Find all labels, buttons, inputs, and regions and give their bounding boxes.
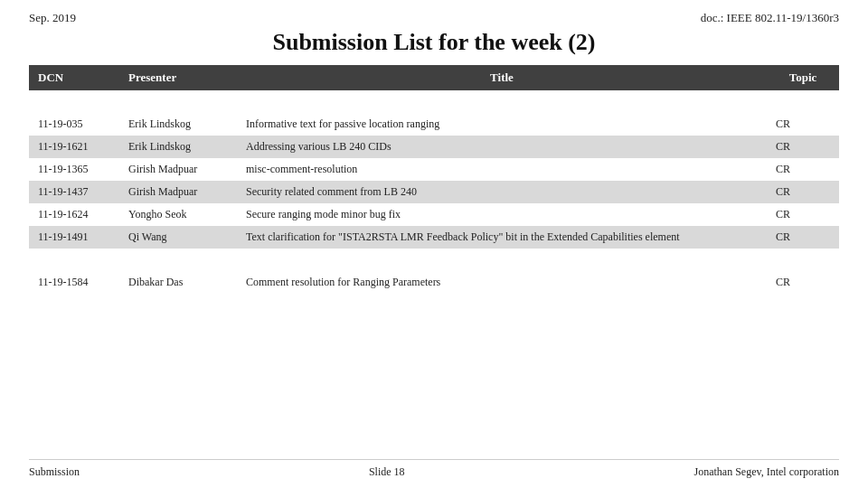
cell-presenter: Yongho Seok xyxy=(119,203,237,226)
cell-dcn: 11-19-1584 xyxy=(29,271,119,294)
col-header-title: Title xyxy=(237,65,767,90)
table-row: 11-19-1437Girish MadpuarSecurity related… xyxy=(29,181,839,203)
cell-presenter: Girish Madpuar xyxy=(119,158,237,181)
cell-dcn: 11-19-1624 xyxy=(29,203,119,226)
cell-dcn: 11-19-1491 xyxy=(29,226,119,249)
cell-dcn: 11-19-1621 xyxy=(29,136,119,158)
cell-dcn: 11-19-035 xyxy=(29,113,119,136)
table-row: 11-19-035Erik LindskogInformative text f… xyxy=(29,113,839,136)
cell-topic: CR xyxy=(767,226,839,249)
cell-presenter: Erik Lindskog xyxy=(119,113,237,136)
cell-dcn: 11-19-1437 xyxy=(29,181,119,203)
cell-title: Text clarification for "ISTA2RSTA LMR Fe… xyxy=(237,226,767,249)
col-header-presenter: Presenter xyxy=(119,65,237,90)
cell-title: misc-comment-resolution xyxy=(237,158,767,181)
footer: Submission Slide 18 Jonathan Segev, Inte… xyxy=(29,459,839,479)
date-label: Sep. 2019 xyxy=(29,11,76,25)
cell-topic: CR xyxy=(767,158,839,181)
cell-topic: CR xyxy=(767,271,839,294)
submission-table: DCN Presenter Title Topic 11-19-035Erik … xyxy=(29,65,839,316)
cell-title: Secure ranging mode minor bug fix xyxy=(237,203,767,226)
table-row: 11-19-1584Dibakar DasComment resolution … xyxy=(29,271,839,294)
cell-topic: CR xyxy=(767,113,839,136)
table-container: DCN Presenter Title Topic 11-19-035Erik … xyxy=(29,65,839,454)
table-row: 11-19-1491Qi WangText clarification for … xyxy=(29,226,839,249)
top-bar: Sep. 2019 doc.: IEEE 802.11-19/1360r3 xyxy=(29,11,839,25)
cell-presenter: Erik Lindskog xyxy=(119,136,237,158)
table-header-row: DCN Presenter Title Topic xyxy=(29,65,839,90)
footer-right: Jonathan Segev, Intel corporation xyxy=(693,465,839,479)
page: Sep. 2019 doc.: IEEE 802.11-19/1360r3 Su… xyxy=(0,0,868,488)
cell-presenter: Girish Madpuar xyxy=(119,181,237,203)
cell-title: Informative text for passive location ra… xyxy=(237,113,767,136)
table-row xyxy=(29,90,839,113)
cell-topic: CR xyxy=(767,136,839,158)
cell-presenter: Dibakar Das xyxy=(119,271,237,294)
table-row xyxy=(29,294,839,316)
col-header-topic: Topic xyxy=(767,65,839,90)
col-header-dcn: DCN xyxy=(29,65,119,90)
cell-title: Comment resolution for Ranging Parameter… xyxy=(237,271,767,294)
table-row: 11-19-1365Girish Madpuarmisc-comment-res… xyxy=(29,158,839,181)
cell-topic: CR xyxy=(767,181,839,203)
doc-label: doc.: IEEE 802.11-19/1360r3 xyxy=(701,11,839,25)
cell-presenter: Qi Wang xyxy=(119,226,237,249)
footer-left: Submission xyxy=(29,465,80,479)
cell-title: Addressing various LB 240 CIDs xyxy=(237,136,767,158)
page-title: Submission List for the week (2) xyxy=(29,29,839,56)
table-row xyxy=(29,249,839,271)
table-row: 11-19-1621Erik LindskogAddressing variou… xyxy=(29,136,839,158)
footer-center: Slide 18 xyxy=(369,465,405,479)
cell-title: Security related comment from LB 240 xyxy=(237,181,767,203)
cell-topic: CR xyxy=(767,203,839,226)
table-row: 11-19-1624Yongho SeokSecure ranging mode… xyxy=(29,203,839,226)
cell-dcn: 11-19-1365 xyxy=(29,158,119,181)
